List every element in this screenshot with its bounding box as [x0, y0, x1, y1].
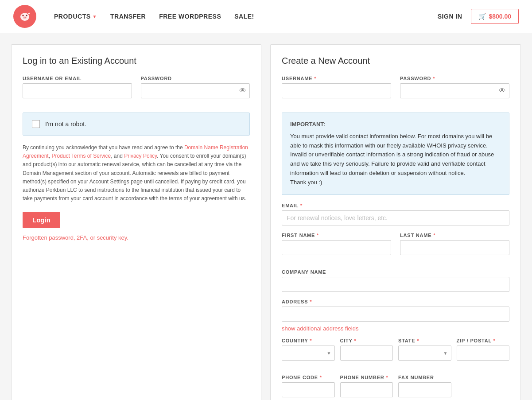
state-field: STATE * ▼: [398, 338, 451, 361]
last-name-label: LAST NAME *: [400, 233, 509, 238]
phone-number-input-wrap: [340, 382, 393, 397]
phone-code-field: PHONE CODE *: [282, 375, 335, 397]
email-input-wrap: [282, 210, 509, 225]
first-name-field: FIRST NAME *: [282, 233, 391, 255]
login-panel: Log in to an Existing Account USERNAME O…: [11, 44, 261, 400]
company-name-input[interactable]: [282, 277, 509, 292]
site-header: PRODUCTS ▼ TRANSFER FREE WORDPRESS SALE!…: [0, 0, 532, 33]
cart-icon: 🛒: [478, 13, 486, 20]
phone-number-input[interactable]: [340, 382, 393, 397]
important-thanks: Thank you :): [290, 179, 322, 186]
fax-field: FAX NUMBER: [398, 375, 451, 397]
recaptcha-label: I'm not a robot.: [45, 120, 86, 128]
reg-password-label: PASSWORD *: [400, 76, 509, 81]
fax-input[interactable]: [398, 382, 451, 397]
fax-input-wrap: [398, 382, 451, 397]
username-email-input[interactable]: [23, 83, 132, 98]
phone-number-field: PHONE NUMBER *: [340, 375, 393, 397]
cart-amount: $800.00: [489, 13, 511, 20]
email-input[interactable]: [282, 210, 509, 225]
privacy-policy-link[interactable]: Privacy Policy: [124, 153, 157, 159]
recaptcha-box: I'm not a robot.: [23, 113, 250, 136]
login-button[interactable]: Login: [23, 212, 60, 228]
username-email-label: USERNAME OR EMAIL: [23, 76, 132, 81]
reg-password-field: PASSWORD * 👁: [400, 76, 509, 98]
product-tos-link[interactable]: Product Terms of Service: [51, 153, 111, 159]
fax-spacer: [457, 375, 510, 397]
products-arrow-icon: ▼: [93, 14, 97, 19]
reg-password-input-wrap: 👁: [400, 83, 509, 98]
reg-username-input[interactable]: [282, 83, 391, 98]
svg-point-4: [24, 17, 25, 18]
country-select-wrap: ▼: [282, 346, 335, 361]
city-input-wrap: [340, 346, 393, 361]
phone-code-label: PHONE CODE *: [282, 375, 335, 380]
zip-label: ZIP / POSTAL *: [457, 338, 510, 343]
important-text: You must provide valid contact informati…: [290, 133, 494, 176]
first-name-label: FIRST NAME *: [282, 233, 391, 238]
login-password-field: PASSWORD 👁: [141, 76, 250, 98]
nav-free-wordpress[interactable]: FREE WORDPRESS: [159, 13, 221, 20]
nav-transfer[interactable]: TRANSFER: [110, 13, 146, 20]
reg-password-toggle[interactable]: 👁: [499, 87, 506, 95]
company-name-field: COMPANY NAME: [282, 269, 509, 292]
country-label: COUNTRY *: [282, 338, 335, 343]
register-title: Create a New Account: [282, 56, 509, 66]
show-address-fields-link[interactable]: show additional address fields: [282, 325, 509, 332]
important-title: IMPORTANT:: [290, 120, 501, 129]
reg-password-input[interactable]: [400, 83, 509, 98]
address-field: ADDRESS *: [282, 299, 509, 322]
sign-in-button[interactable]: SIGN IN: [438, 13, 462, 20]
pig-svg: [18, 10, 31, 23]
reg-username-label: USERNAME *: [282, 76, 391, 81]
legal-text: By continuing you acknowledge that you h…: [23, 144, 250, 203]
email-field: EMAIL *: [282, 203, 509, 225]
city-field: CITY *: [340, 338, 393, 361]
svg-point-7: [26, 15, 27, 16]
svg-point-3: [23, 16, 27, 19]
nav-products[interactable]: PRODUCTS ▼: [54, 13, 97, 20]
login-password-input-wrap: 👁: [141, 83, 250, 98]
last-name-input[interactable]: [400, 240, 509, 255]
country-field: COUNTRY * ▼: [282, 338, 335, 361]
state-select[interactable]: [398, 346, 451, 361]
svg-point-6: [23, 15, 23, 16]
header-actions: SIGN IN 🛒 $800.00: [438, 9, 519, 24]
first-name-input-wrap: [282, 240, 391, 255]
register-panel: Create a New Account USERNAME * PASSWORD…: [270, 44, 521, 400]
zip-input-wrap: [457, 346, 510, 361]
address-label: ADDRESS *: [282, 299, 509, 304]
logo[interactable]: [13, 5, 36, 28]
city-input[interactable]: [340, 346, 393, 361]
last-name-input-wrap: [400, 240, 509, 255]
main-nav: PRODUCTS ▼ TRANSFER FREE WORDPRESS SALE!: [54, 13, 438, 20]
state-label: STATE *: [398, 338, 451, 343]
login-password-toggle[interactable]: 👁: [239, 87, 246, 95]
login-password-input[interactable]: [141, 83, 250, 98]
last-name-field: LAST NAME *: [400, 233, 509, 255]
phone-number-label: PHONE NUMBER *: [340, 375, 393, 380]
logo-icon: [13, 5, 36, 28]
phone-code-input-wrap: [282, 382, 335, 397]
important-notice: IMPORTANT: You must provide valid contac…: [282, 113, 509, 195]
username-email-field: USERNAME OR EMAIL: [23, 76, 132, 98]
phone-code-input[interactable]: [282, 382, 335, 397]
email-label: EMAIL *: [282, 203, 509, 208]
nav-sale[interactable]: SALE!: [234, 13, 254, 20]
state-select-wrap: ▼: [398, 346, 451, 361]
login-title: Log in to an Existing Account: [23, 56, 250, 66]
recaptcha-checkbox[interactable]: [32, 120, 40, 128]
first-name-input[interactable]: [282, 240, 391, 255]
address-input[interactable]: [282, 307, 509, 322]
forgot-password-link[interactable]: Forgotten password, 2FA, or security key…: [23, 234, 250, 241]
zip-input[interactable]: [457, 346, 510, 361]
address-input-wrap: [282, 307, 509, 322]
company-name-label: COMPANY NAME: [282, 269, 509, 275]
city-label: CITY *: [340, 338, 393, 343]
zip-field: ZIP / POSTAL *: [457, 338, 510, 361]
company-name-input-wrap: [282, 277, 509, 292]
country-select[interactable]: [282, 346, 335, 361]
cart-button[interactable]: 🛒 $800.00: [471, 9, 519, 24]
svg-point-5: [25, 17, 26, 18]
username-email-input-wrap: [23, 83, 132, 98]
